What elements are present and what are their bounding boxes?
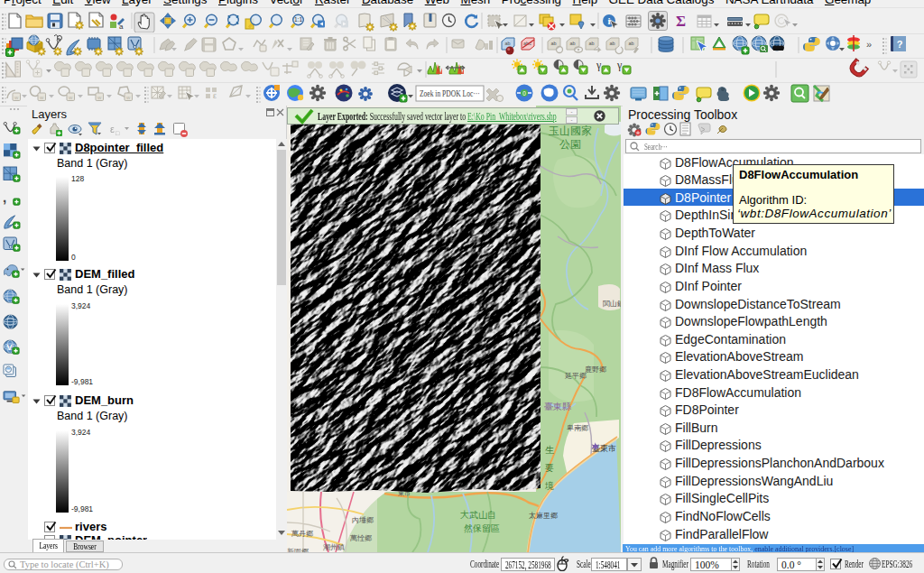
svg-text:境: 境	[544, 481, 554, 491]
svg-text:i: i	[607, 15, 610, 26]
svg-text:□: □	[116, 130, 120, 136]
svg-text:V: V	[7, 343, 13, 352]
svg-text:Zoek in PDOK Loc···: Zoek in PDOK Loc···	[420, 88, 480, 98]
svg-text:ab: ab	[569, 41, 575, 46]
svg-text:a: a	[119, 23, 124, 31]
svg-text:ab: ab	[550, 41, 556, 46]
svg-text:公園: 公園	[559, 138, 581, 151]
svg-text:w: w	[97, 95, 102, 100]
svg-text:ab: ab	[504, 41, 510, 46]
svg-text:ab: ab	[588, 41, 594, 46]
svg-text:延平郷: 延平郷	[564, 372, 587, 380]
svg-text:γ: γ	[596, 59, 602, 71]
svg-text:ab: ab	[628, 41, 633, 46]
svg-text:萬丹郷: 萬丹郷	[291, 530, 313, 538]
svg-text:0: 0	[522, 90, 526, 97]
svg-text:內埵郷: 內埵郷	[352, 516, 374, 524]
svg-text:要: 要	[545, 463, 554, 473]
svg-text:潮州鎮: 潮州鎮	[323, 543, 345, 551]
svg-text:臺東縣: 臺東縣	[544, 402, 571, 411]
svg-text:玉山國家: 玉山國家	[549, 125, 592, 137]
svg-text:γ: γ	[616, 59, 623, 71]
svg-text:大武山自: 大武山自	[460, 510, 496, 520]
svg-text:然保留區: 然保留區	[464, 523, 500, 533]
svg-text:,: ,	[3, 189, 6, 205]
svg-text:w: w	[125, 95, 131, 100]
svg-text:生: 生	[545, 445, 554, 455]
svg-text:卑南郷: 卑南郷	[567, 424, 588, 432]
svg-text:?: ?	[897, 39, 903, 50]
svg-text:1:1: 1:1	[294, 16, 302, 23]
svg-text:鹿野郷: 鹿野郷	[585, 365, 606, 374]
svg-text:Σ: Σ	[676, 13, 686, 30]
svg-text:関山鎮: 関山鎮	[603, 300, 621, 308]
svg-text:ε: ε	[110, 124, 115, 134]
svg-text:w: w	[39, 95, 44, 100]
svg-text:萬恮郷: 萬恮郷	[350, 534, 372, 542]
svg-text:w: w	[14, 95, 19, 100]
svg-text:太麻里郷: 太麻里郷	[529, 512, 558, 520]
svg-text:ε: ε	[213, 91, 217, 100]
svg-text:w: w	[68, 95, 73, 100]
svg-text:»: »	[866, 39, 872, 50]
svg-text:ab: ab	[609, 41, 614, 46]
